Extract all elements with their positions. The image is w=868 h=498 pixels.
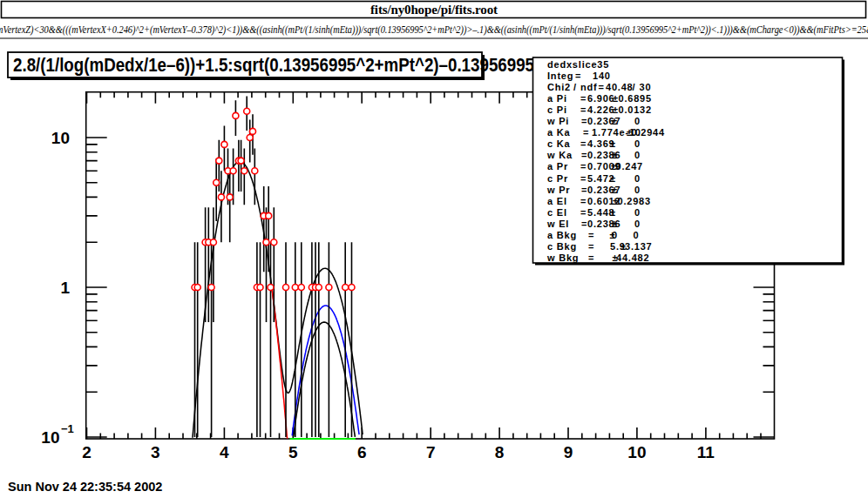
svg-text:fits/ny0hope/pi/fits.root: fits/ny0hope/pi/fits.root [370,3,498,17]
svg-text:4: 4 [220,443,229,461]
svg-text:3: 3 [151,443,160,461]
svg-text:a Ka=1.774e-10±0.2944: a Ka=1.774e-10±0.2944 [547,127,665,138]
svg-text:7: 7 [426,443,436,461]
svg-text:1: 1 [60,279,70,297]
svg-text:10: 10 [41,428,59,447]
svg-text:dedxslice35: dedxslice35 [547,59,609,70]
svg-text:10: 10 [627,443,646,461]
svg-text:8: 8 [495,443,505,461]
svg-text:2: 2 [82,443,92,461]
svg-text:5: 5 [288,443,298,461]
svg-text:9: 9 [564,443,573,461]
svg-text:Integ=140: Integ=140 [547,71,611,81]
svg-text:Sun Nov 24 22:35:54 2002: Sun Nov 24 22:35:54 2002 [8,480,162,494]
svg-text:6: 6 [357,443,367,461]
svg-text:−1: −1 [61,422,74,435]
svg-text:2.8/(1/log(mDedx/1e–6))+1.5:sq: 2.8/(1/log(mDedx/1e–6))+1.5:sqrt(0.13956… [13,54,534,76]
svg-text:mVertexZ)<30&&(((mVertexX+0.24: mVertexZ)<30&&(((mVertexX+0.246)^2+(mVer… [0,24,868,36]
svg-text:11: 11 [697,443,715,461]
svg-text:10: 10 [51,129,70,147]
svg-text:a El=0.6012±0.2983: a El=0.6012±0.2983 [547,196,651,206]
svg-text:c Pi=4.226±0.0132: c Pi=4.226±0.0132 [547,104,652,115]
svg-text:a Pr=0.7009±0.247: a Pr=0.7009±0.247 [547,161,643,172]
svg-text:a Pi=6.906±0.6895: a Pi=6.906±0.6895 [547,93,652,104]
